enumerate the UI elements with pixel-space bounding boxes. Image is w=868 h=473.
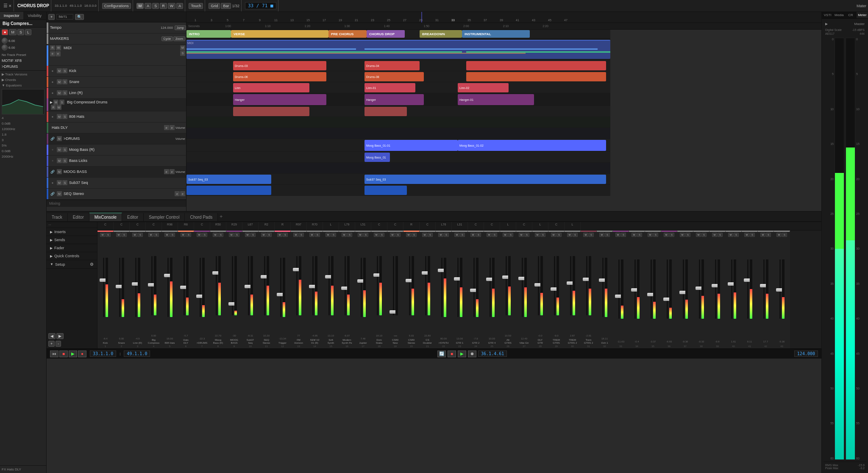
track-versions-section[interactable]: ▶ Track Versions [0,72,46,77]
ch-mute-btn-12[interactable]: M [277,233,282,237]
ch-solo-btn-23[interactable]: S [460,233,465,237]
moogbassgrp-mute-btn[interactable]: M [57,169,62,174]
moogbass-solo-btn[interactable]: S [62,147,67,152]
search-track-btn[interactable]: 🔍 [75,14,84,20]
track-row-kick[interactable]: ● M S Kick [47,66,186,77]
bigdrums-mute-btn[interactable]: M [53,100,58,105]
add-tab-btn[interactable]: + [218,212,224,221]
ch-solo-btn-16[interactable]: S [347,233,352,237]
track-row-basslicks[interactable]: + M S Bass Licks [47,156,186,167]
ch-solo-btn-18[interactable]: S [379,233,384,237]
mixer-channel-23[interactable]: M S 13.00 GTR 1 23 [452,231,468,348]
ch-mute-btn-15[interactable]: M [326,233,331,237]
app-menu-icon[interactable]: ☰ [3,3,8,8]
mixer-zoom-in-btn[interactable]: + [48,341,55,347]
ch-mute-btn-38[interactable]: M [696,233,701,237]
mixer-channel-41[interactable]: M S 9.11 41 [742,231,758,348]
ch-mute-btn-7[interactable]: M [197,233,202,237]
track-row-808hats[interactable]: ● M S 808 Hats [47,111,186,122]
mixer-fader-btn[interactable]: ▶ Fader [47,244,97,252]
ch-mute-btn-14[interactable]: M [309,233,314,237]
rewind-btn[interactable]: ⏮ [50,351,58,357]
tab-track[interactable]: Track [47,213,68,221]
mixer-channel-27[interactable]: M S 12.40 Vibe Gtr 27 [516,231,532,348]
tab-sampler[interactable]: Sampler Control [144,213,185,221]
ch-mute-btn-10[interactable]: M [245,233,250,237]
zoom-btn[interactable]: Zoom [173,36,185,41]
ch-mute-btn-26[interactable]: M [503,233,508,237]
track-row-midi[interactable]: R W MIDI e e M S [47,45,186,66]
ch-mute-btn-27[interactable]: M [519,233,524,237]
volume-knob[interactable] [2,38,8,44]
ch-mute-btn-39[interactable]: M [712,233,717,237]
mixer-channel-8[interactable]: M S 22.70 MoogBass (R) 8 [210,231,226,348]
ch-solo-btn-22[interactable]: S [444,233,449,237]
mixer-channel-15[interactable]: M S 13.10 SoftSynth 15 [323,231,339,348]
hatsdly-btn1[interactable]: e [164,125,169,130]
mixer-channel-32[interactable]: M S 18.11 Och 1 32 [597,231,613,348]
mixer-channel-2[interactable]: M S 0.00 Snare 2 [114,231,130,348]
mixer-channel-13[interactable]: M S 77 FMHorizon 13 [291,231,307,348]
ch-mute-btn-18[interactable]: M [374,233,379,237]
mixer-inserts-btn[interactable]: ▶ Inserts [47,228,97,236]
ch-mute-btn-37[interactable]: M [680,233,685,237]
ch-mute-btn-40[interactable]: M [728,233,733,237]
mixer-options-btn[interactable]: ··· [47,222,97,228]
moogbassgrp-btn1[interactable]: e [164,169,169,174]
mixer-channel-19[interactable]: M S -oo CS80New 19 [387,231,403,348]
s-btn[interactable]: S [152,3,159,9]
midi-mute-btn[interactable]: M [180,45,185,50]
moogbass-mute-btn[interactable]: M [57,147,62,152]
mixer-channel-29[interactable]: M S -9.0 TREMGTRS 29 [548,231,565,348]
ch-mute-btn-9[interactable]: M [229,233,234,237]
tab-editor1[interactable]: Editor [68,213,89,221]
mixer-channel-26[interactable]: M S 10.50 AltGTRS 26 [500,231,516,348]
mixer-channel-33[interactable]: M S -11.63 33 [613,231,629,348]
ch-solo-btn-36[interactable]: S [669,233,674,237]
midi-read-btn[interactable]: R [50,45,55,50]
midi-btn1[interactable]: e [50,51,55,56]
cycle-btn[interactable]: Cycle [161,36,173,41]
stop-btn2[interactable]: ■ [448,351,456,357]
ch-solo-btn-12[interactable]: S [283,233,288,237]
tab-mixconsole[interactable]: MixConsole [89,213,122,221]
play-btn[interactable]: ▶ [69,351,77,357]
ch-solo-btn-41[interactable]: S [750,233,755,237]
vsti-tab[interactable]: VSTI [822,12,833,18]
ch-solo-btn-14[interactable]: S [315,233,320,237]
ch-solo-btn-42[interactable]: S [766,233,771,237]
ch-mute-btn-11[interactable]: M [261,233,266,237]
moogbassgrp-btn2[interactable]: e [170,169,175,174]
a2-btn[interactable]: A [176,3,183,9]
ch-solo-btn-1[interactable]: S [106,233,111,237]
ch-solo-btn-2[interactable]: S [122,233,127,237]
ch-mute-btn-5[interactable]: M [164,233,170,237]
a-btn[interactable]: A [145,3,151,9]
mixer-channel-12[interactable]: M S -13.34 Trigger 12 [275,231,291,348]
ch-mute-btn-42[interactable]: M [760,233,765,237]
ch-mute-btn-43[interactable]: M [776,233,782,237]
ch-solo-btn-34[interactable]: S [637,233,642,237]
ch-solo-btn-4[interactable]: S [154,233,159,237]
mixer-channel-20[interactable]: M S 5.03 CS80Stereo 20 [403,231,420,348]
grid-btn[interactable]: Grid [209,3,220,9]
record-btn2[interactable]: ⏺ [468,351,476,357]
track-row-drumsgrp[interactable]: 🔗 M >DRUMS Volume [47,134,186,145]
track-row-bigdrums[interactable]: ▶ M S Big Compressed Drums R W [47,99,186,111]
ch-solo-btn-26[interactable]: S [508,233,513,237]
linn-solo-btn[interactable]: S [62,90,67,95]
ch-mute-btn-2[interactable]: M [116,233,121,237]
ch-solo-btn-27[interactable]: S [524,233,529,237]
equalizers-section[interactable]: ▼ Equalizers [0,83,46,88]
mixer-channel-38[interactable]: M S -0.33 38 [693,231,709,348]
ch-mute-btn-24[interactable]: M [470,233,476,237]
808hats-solo-btn[interactable]: S [62,114,67,119]
mixer-channel-43[interactable]: M S -5.36 43 [774,231,790,348]
tempo-jump-btn[interactable]: Jump [175,25,186,30]
mixer-channel-28[interactable]: M S -0.0 DLYGTR 28 [532,231,548,348]
bar-btn[interactable]: Bar [221,3,231,9]
track-count-display[interactable] [56,14,73,19]
mixer-channel-22[interactable]: M S 80.00 >SYNTH 22 [436,231,452,348]
ch-mute-btn-41[interactable]: M [744,233,749,237]
mixer-channel-11[interactable]: M S 10.20 SEQStereo 11 [259,231,275,348]
